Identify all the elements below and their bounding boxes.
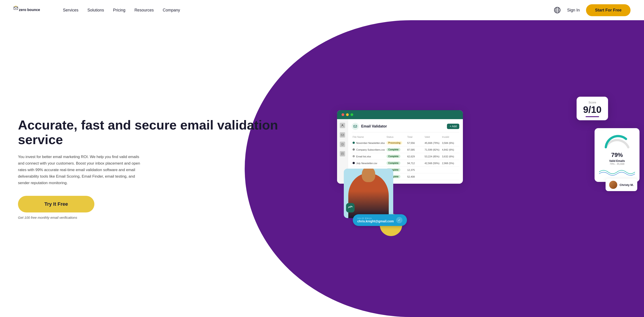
valid-email-chip: VALID EMAIL chris.knight@gmail.com ✓ <box>353 214 407 226</box>
wave-chart <box>599 167 635 176</box>
nav-links: Services Solutions Pricing Resources Com… <box>63 8 554 13</box>
add-button[interactable]: + Add <box>447 124 459 129</box>
nav-item-company[interactable]: Company <box>163 8 180 13</box>
svg-text:zero bounce: zero bounce <box>19 8 40 12</box>
row6-total: 52,408 <box>407 175 424 178</box>
table-row: July Newsletter.csv Complete 94,712 42,5… <box>352 160 459 167</box>
nav-item-pricing[interactable]: Pricing <box>113 8 126 13</box>
activity-svg <box>348 205 353 210</box>
valid-label: Valid Emails <box>599 159 635 163</box>
row1-name: November Newsletter.xlsx <box>352 142 386 144</box>
sidebar-icon-3 <box>340 142 345 147</box>
svg-point-7 <box>342 124 343 126</box>
gauge-svg <box>604 133 630 148</box>
person-figure <box>348 173 389 218</box>
score-underline <box>586 116 599 117</box>
hero-section: Accurate, fast and secure email validati… <box>0 20 644 317</box>
score-label: Score <box>583 101 602 104</box>
row5-total: 12,375 <box>407 169 424 171</box>
row3-name: Email list.xlsx <box>352 155 386 158</box>
col-total: Total <box>407 136 424 138</box>
nav-item-services[interactable]: Services <box>63 8 78 13</box>
try-it-free-button[interactable]: Try It Free <box>18 196 94 212</box>
svg-rect-8 <box>341 134 344 136</box>
score-card: Score 9/10 <box>576 97 608 120</box>
row3-status: Complete <box>386 155 406 158</box>
col-valid: Valid <box>425 136 441 138</box>
hero-right-mockup: Score 9/10 <box>335 92 644 245</box>
row1-total: 57,556 <box>407 142 424 144</box>
christy-card: Christy M. <box>606 178 637 191</box>
row4-name: July Newsletter.csv <box>352 162 386 165</box>
svg-rect-0 <box>14 7 18 10</box>
gauge-chart <box>599 133 635 149</box>
logo[interactable]: zero bounce <box>14 4 50 16</box>
table-row: November Newsletter.xlsx Processing 57,5… <box>352 140 459 146</box>
table-row: Company Subscribers.csv Complete 87,585 … <box>352 146 459 153</box>
table-header: File Name Status Total Valid Invalid <box>352 136 459 140</box>
navbar: zero bounce Services Solutions Pricing R… <box>0 0 644 20</box>
table-row: Email list.xlsx Complete 62,629 53,224 (… <box>352 153 459 160</box>
row3-valid: 53,224 (85%) <box>425 155 441 158</box>
svg-rect-13 <box>354 125 357 127</box>
row4-valid: 42,568 (59%) <box>425 162 441 165</box>
row4-total: 94,712 <box>407 162 424 165</box>
hero-description: You invest for better email marketing RO… <box>18 154 144 186</box>
nav-item-solutions[interactable]: Solutions <box>88 8 104 13</box>
hero-left: Accurate, fast and secure email validati… <box>0 104 335 233</box>
valid-emails-card: 79% Valid Emails 79% - 45,668 <box>594 128 640 182</box>
start-for-free-button[interactable]: Start For Free <box>586 4 630 16</box>
activity-icon <box>346 203 354 212</box>
window-dot-red <box>342 113 344 116</box>
col-status: Status <box>386 136 406 138</box>
person-head <box>362 169 375 182</box>
card-header <box>337 110 463 119</box>
logo-image: zero bounce <box>14 4 50 16</box>
chip-label: VALID EMAIL chris.knight@gmail.com <box>357 217 394 223</box>
chip-check-icon: ✓ <box>396 217 402 223</box>
sidebar-icon-1 <box>340 123 345 128</box>
row2-total: 87,585 <box>407 148 424 151</box>
globe-icon[interactable] <box>554 7 561 14</box>
hero-title: Accurate, fast and secure email validati… <box>18 118 321 147</box>
email-icon <box>352 123 359 130</box>
christy-name: Christy M. <box>620 183 634 187</box>
row1-valid: 45,668 (79%) <box>425 142 441 144</box>
col-filename: File Name <box>352 136 386 138</box>
nav-item-resources[interactable]: Resources <box>134 8 154 13</box>
free-note: Get 100 free monthly email verifications <box>18 216 321 219</box>
sign-in-link[interactable]: Sign In <box>567 8 580 13</box>
chip-valid-text: VALID EMAIL <box>357 217 394 219</box>
row2-invalid: 4,842 (6%) <box>442 148 458 151</box>
row4-status: Complete <box>386 161 406 165</box>
valid-sublabel: 79% - 45,668 <box>599 163 635 165</box>
validator-title-row: Email Validator + Add <box>352 123 459 132</box>
row3-total: 62,629 <box>407 155 424 158</box>
row1-status: Processing <box>386 141 406 145</box>
score-value: 9/10 <box>583 105 602 114</box>
nav-right: Sign In Start For Free <box>554 4 630 16</box>
valid-percentage: 79% <box>599 152 635 159</box>
avatar <box>609 181 617 189</box>
row2-name: Company Subscribers.csv <box>352 148 386 151</box>
sidebar-icon-2 <box>340 132 345 138</box>
chip-email: chris.knight@gmail.com <box>357 219 394 223</box>
validator-title: Email Validator <box>361 124 387 128</box>
window-dot-green <box>350 113 353 116</box>
row2-status: Complete <box>386 148 406 151</box>
sidebar-icon-4 <box>340 151 345 156</box>
row3-invalid: 3,632 (6%) <box>442 155 458 158</box>
row2-valid: 71,599 (82%) <box>425 148 441 151</box>
col-invalid: Invalid <box>442 136 458 138</box>
svg-rect-10 <box>341 153 344 155</box>
row4-invalid: 2,968 (5%) <box>442 162 458 165</box>
row1-invalid: 3,584 (6%) <box>442 142 458 144</box>
window-dot-yellow <box>346 113 349 116</box>
